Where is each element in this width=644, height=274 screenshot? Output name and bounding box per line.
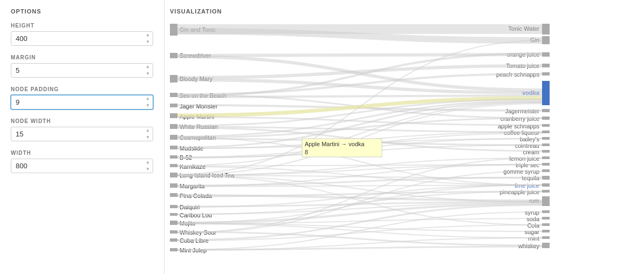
height-spin-up[interactable]: ▲ bbox=[143, 32, 152, 39]
node-jager-monster[interactable] bbox=[170, 104, 177, 107]
width-input-wrapper: ▲ ▼ bbox=[11, 159, 153, 173]
node-sugar[interactable] bbox=[542, 230, 550, 232]
node-padding-input[interactable] bbox=[11, 95, 153, 109]
node-width-input-wrapper: ▲ ▼ bbox=[11, 127, 153, 141]
margin-field-group: MARGIN ▲ ▼ bbox=[11, 54, 153, 78]
width-input[interactable] bbox=[11, 159, 153, 173]
node-b52[interactable] bbox=[170, 155, 177, 159]
node-width-spin-up[interactable]: ▲ bbox=[143, 127, 152, 134]
node-caribou-lou[interactable] bbox=[170, 213, 177, 216]
node-padding-field-group: NODE PADDING ▲ ▼ bbox=[11, 86, 153, 109]
node-padding-spinner[interactable]: ▲ ▼ bbox=[143, 95, 152, 109]
node-mojito[interactable] bbox=[170, 221, 177, 225]
node-soda[interactable] bbox=[542, 217, 550, 220]
margin-label: MARGIN bbox=[11, 54, 153, 60]
node-padding-spin-down[interactable]: ▼ bbox=[143, 102, 152, 109]
node-syrup[interactable] bbox=[542, 210, 550, 213]
node-jagermeister[interactable] bbox=[542, 109, 550, 112]
node-triple-sec[interactable] bbox=[542, 163, 550, 166]
node-vodka[interactable] bbox=[542, 81, 550, 105]
height-field-group: HEIGHT ▲ ▼ bbox=[11, 23, 153, 46]
node-gomme-syrup[interactable] bbox=[542, 169, 550, 172]
tooltip-text-line1: Apple Martini → vodka bbox=[305, 141, 365, 147]
node-apple-schnapps[interactable] bbox=[542, 124, 550, 127]
node-tequila[interactable] bbox=[542, 176, 550, 180]
node-padding-label: NODE PADDING bbox=[11, 86, 153, 92]
label-caribou-lou: Caribou Lou bbox=[180, 212, 212, 218]
label-apple-schnapps: apple schnapps bbox=[498, 123, 540, 129]
node-cola[interactable] bbox=[542, 223, 550, 226]
height-spin-down[interactable]: ▼ bbox=[143, 39, 152, 46]
sankey-diagram: Gin and Tonic Screwdriver Bloody Mary Se… bbox=[170, 23, 601, 249]
height-label: HEIGHT bbox=[11, 23, 153, 29]
node-peach-schnapps[interactable] bbox=[542, 72, 550, 76]
node-gin-tonic[interactable] bbox=[170, 24, 177, 36]
node-rum[interactable] bbox=[542, 196, 550, 206]
node-cosmopolitan[interactable] bbox=[170, 135, 177, 140]
node-cuba-libre[interactable] bbox=[170, 238, 177, 242]
width-field-group: WIDTH ▲ ▼ bbox=[11, 150, 153, 173]
node-cream[interactable] bbox=[542, 150, 550, 153]
node-cointreau[interactable] bbox=[542, 143, 550, 146]
height-input-wrapper: ▲ ▼ bbox=[11, 31, 153, 46]
node-width-field-group: NODE WIDTH ▲ ▼ bbox=[11, 118, 153, 141]
node-lemon-juice[interactable] bbox=[542, 156, 550, 159]
height-spinner[interactable]: ▲ ▼ bbox=[143, 32, 152, 46]
margin-spin-up[interactable]: ▲ bbox=[143, 64, 152, 71]
node-orange-juice[interactable] bbox=[542, 52, 550, 57]
node-screwdriver[interactable] bbox=[170, 53, 177, 58]
flow-bloody-mary-vodka bbox=[177, 80, 542, 93]
node-mint[interactable] bbox=[542, 236, 550, 239]
label-sugar: sugar bbox=[524, 229, 539, 235]
margin-input[interactable] bbox=[11, 63, 153, 78]
tooltip-text-line2: 8 bbox=[305, 149, 308, 155]
node-gin[interactable] bbox=[542, 36, 550, 44]
node-pina-colada[interactable] bbox=[170, 193, 177, 197]
flow-bloody-mary-tomato bbox=[177, 66, 542, 78]
node-width-spin-down[interactable]: ▼ bbox=[143, 134, 152, 141]
node-padding-spin-up[interactable]: ▲ bbox=[143, 95, 152, 102]
options-title: OPTIONS bbox=[11, 8, 153, 15]
margin-spinner[interactable]: ▲ ▼ bbox=[143, 64, 152, 78]
width-spin-up[interactable]: ▲ bbox=[143, 159, 152, 166]
node-baileys[interactable] bbox=[542, 137, 550, 140]
node-white-russian[interactable] bbox=[170, 124, 177, 129]
visualization-title: VISUALIZATION bbox=[170, 8, 639, 15]
node-tonic-water[interactable] bbox=[542, 24, 550, 35]
node-long-island[interactable] bbox=[170, 173, 177, 177]
node-mint-julep[interactable] bbox=[170, 248, 177, 251]
margin-input-wrapper: ▲ ▼ bbox=[11, 63, 153, 78]
node-pineapple-juice[interactable] bbox=[542, 190, 550, 193]
margin-spin-down[interactable]: ▼ bbox=[143, 71, 152, 78]
node-lime-juice[interactable] bbox=[542, 183, 550, 187]
sankey-svg: Gin and Tonic Screwdriver Bloody Mary Se… bbox=[170, 23, 634, 260]
height-input[interactable] bbox=[11, 31, 153, 46]
node-width-label: NODE WIDTH bbox=[11, 118, 153, 124]
node-width-spinner[interactable]: ▲ ▼ bbox=[143, 127, 152, 141]
label-cream: cream bbox=[523, 149, 539, 155]
node-margarita[interactable] bbox=[170, 183, 177, 188]
width-spinner[interactable]: ▲ ▼ bbox=[143, 159, 152, 173]
node-cranberry-juice[interactable] bbox=[542, 117, 550, 120]
node-apple-martini[interactable] bbox=[170, 113, 177, 118]
node-kamikaze[interactable] bbox=[170, 164, 177, 167]
width-label: WIDTH bbox=[11, 150, 153, 156]
options-panel: OPTIONS HEIGHT ▲ ▼ MARGIN ▲ ▼ NODE PADDI… bbox=[0, 0, 165, 274]
node-bloody-mary[interactable] bbox=[170, 75, 177, 83]
node-whiskey[interactable] bbox=[542, 243, 550, 248]
node-coffee-liqueur[interactable] bbox=[542, 131, 550, 133]
node-mudslide[interactable] bbox=[170, 146, 177, 149]
node-padding-input-wrapper: ▲ ▼ bbox=[11, 95, 153, 109]
node-whiskey-sour[interactable] bbox=[170, 230, 177, 234]
node-daiquiri[interactable] bbox=[170, 205, 177, 208]
node-sex-beach[interactable] bbox=[170, 93, 177, 97]
visualization-panel: VISUALIZATION Gin and Tonic Screwdriver … bbox=[165, 0, 644, 274]
node-tomato-juice[interactable] bbox=[542, 64, 550, 67]
width-spin-down[interactable]: ▼ bbox=[143, 166, 152, 173]
node-width-input[interactable] bbox=[11, 127, 153, 141]
